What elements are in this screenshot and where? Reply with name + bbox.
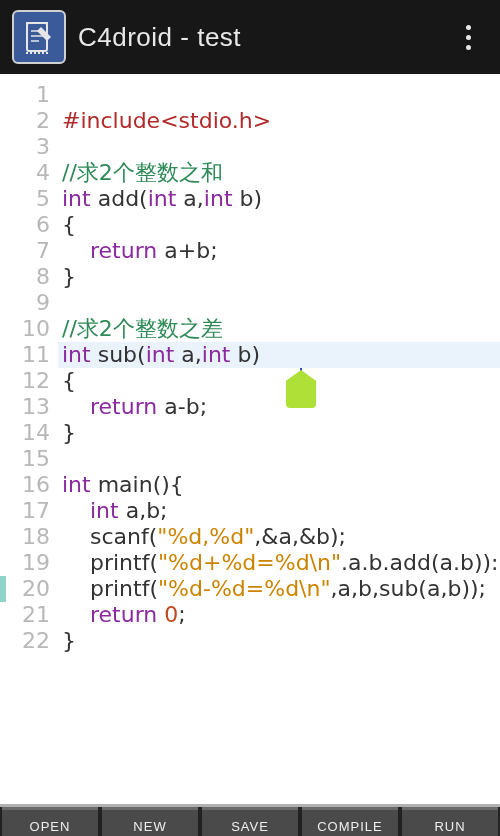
line-number: 5 (0, 186, 50, 212)
code-line[interactable]: } (58, 420, 500, 446)
code-line[interactable]: } (58, 628, 500, 654)
line-number: 2 (0, 108, 50, 134)
code-line[interactable]: return a-b; (58, 394, 500, 420)
line-number: 21 (0, 602, 50, 628)
line-number: 17 (0, 498, 50, 524)
code-line[interactable]: //求2个整数之差 (58, 316, 500, 342)
line-number: 11 (0, 342, 50, 368)
bottom-toolbar: OPEN NEW SAVE COMPILE RUN (0, 804, 500, 836)
line-number: 8 (0, 264, 50, 290)
run-button[interactable]: RUN (402, 807, 498, 836)
code-line[interactable]: int a,b; (58, 498, 500, 524)
line-number: 16 (0, 472, 50, 498)
line-number: 12 (0, 368, 50, 394)
code-line[interactable] (58, 290, 500, 316)
code-line[interactable]: scanf("%d,%d",&a,&b); (58, 524, 500, 550)
code-line[interactable]: printf("%d+%d=%d\n".a.b.add(a.b)): (58, 550, 500, 576)
code-line[interactable] (58, 134, 500, 160)
line-number: 10 (0, 316, 50, 342)
code-line[interactable]: return a+b; (58, 238, 500, 264)
line-number: 4 (0, 160, 50, 186)
app-logo-icon (12, 10, 66, 64)
code-line[interactable]: //求2个整数之和 (58, 160, 500, 186)
save-button[interactable]: SAVE (202, 807, 298, 836)
line-number: 9 (0, 290, 50, 316)
app-title: C4droid - test (78, 22, 448, 53)
new-button[interactable]: NEW (102, 807, 198, 836)
app-root: C4droid - test 1234567891011121314151617… (0, 0, 500, 836)
line-number: 14 (0, 420, 50, 446)
code-line[interactable]: int main(){ (58, 472, 500, 498)
app-header: C4droid - test (0, 0, 500, 74)
code-line[interactable]: } (58, 264, 500, 290)
overflow-menu-button[interactable] (448, 17, 488, 57)
line-number: 3 (0, 134, 50, 160)
line-number: 1 (0, 82, 50, 108)
code-line[interactable] (58, 446, 500, 472)
code-area[interactable]: #include<stdio.h>//求2个整数之和int add(int a,… (58, 82, 500, 654)
line-number: 19 (0, 550, 50, 576)
code-line[interactable]: int sub(int a,int b) (58, 342, 500, 368)
code-line[interactable]: int add(int a,int b) (58, 186, 500, 212)
compile-button[interactable]: COMPILE (302, 807, 398, 836)
code-line[interactable]: printf("%d-%d=%d\n",a,b,sub(a,b)); (58, 576, 500, 602)
code-line[interactable]: { (58, 368, 500, 394)
line-number: 6 (0, 212, 50, 238)
code-line[interactable] (58, 82, 500, 108)
line-number: 18 (0, 524, 50, 550)
line-number: 22 (0, 628, 50, 654)
code-line[interactable]: return 0; (58, 602, 500, 628)
line-number: 13 (0, 394, 50, 420)
code-line[interactable]: #include<stdio.h> (58, 108, 500, 134)
line-number-gutter: 12345678910111213141516171819202122 (0, 82, 58, 654)
code-editor[interactable]: 12345678910111213141516171819202122 #inc… (0, 74, 500, 804)
line-number: 7 (0, 238, 50, 264)
line-number: 15 (0, 446, 50, 472)
line-number: 20 (0, 576, 50, 602)
open-button[interactable]: OPEN (2, 807, 98, 836)
code-line[interactable]: { (58, 212, 500, 238)
